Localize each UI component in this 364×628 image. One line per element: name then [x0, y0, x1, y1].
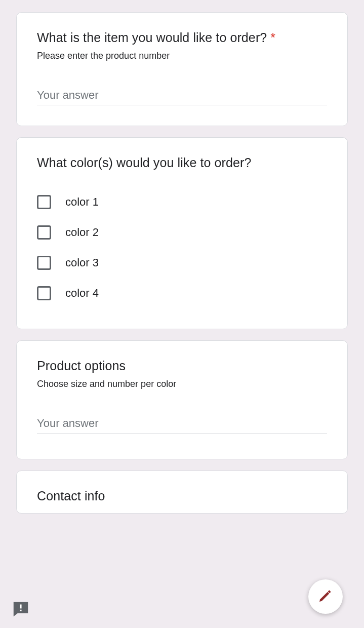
checkbox-icon: [37, 195, 51, 209]
answer-input[interactable]: [37, 86, 327, 105]
question-card: Contact info: [16, 470, 348, 514]
question-card: What color(s) would you like to order? c…: [16, 137, 348, 329]
option-label: color 2: [65, 226, 99, 239]
question-title: Contact info: [37, 487, 327, 505]
checkbox-options: color 1 color 2 color 3 color 4: [37, 187, 327, 308]
pencil-icon: [317, 587, 334, 606]
option-label: color 4: [65, 287, 99, 300]
checkbox-option[interactable]: color 4: [37, 278, 327, 308]
svg-rect-0: [20, 605, 21, 609]
question-title: What color(s) would you like to order?: [37, 154, 327, 172]
option-label: color 1: [65, 195, 99, 209]
option-label: color 3: [65, 256, 99, 269]
checkbox-option[interactable]: color 2: [37, 217, 327, 248]
edit-button[interactable]: [308, 579, 343, 614]
svg-rect-1: [20, 610, 21, 611]
answer-input[interactable]: [37, 414, 327, 434]
checkbox-option[interactable]: color 3: [37, 248, 327, 278]
checkbox-icon: [37, 256, 51, 270]
feedback-button[interactable]: [11, 600, 30, 617]
checkbox-option[interactable]: color 1: [37, 187, 327, 217]
question-description: Choose size and number per color: [37, 379, 327, 389]
checkbox-icon: [37, 225, 51, 240]
question-title: Product options: [37, 357, 327, 375]
question-card: What is the item you would like to order…: [16, 12, 348, 126]
required-indicator: *: [270, 30, 275, 45]
question-title-text: What is the item you would like to order…: [37, 30, 267, 45]
feedback-icon: [11, 612, 30, 620]
question-title: What is the item you would like to order…: [37, 29, 327, 47]
checkbox-icon: [37, 286, 51, 300]
question-description: Please enter the product number: [37, 51, 327, 61]
question-card: Product options Choose size and number p…: [16, 340, 348, 459]
